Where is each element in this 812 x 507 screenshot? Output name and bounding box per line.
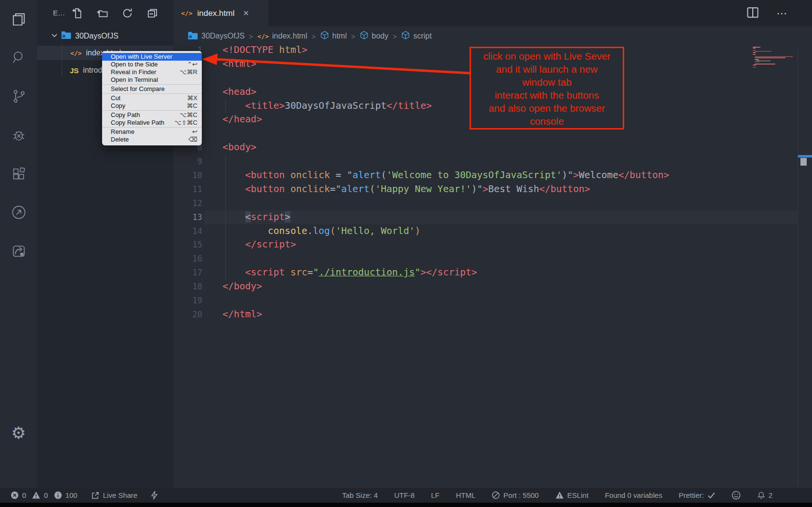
- code-line[interactable]: [223, 252, 669, 266]
- breadcrumb-html[interactable]: html: [320, 31, 347, 41]
- context-menu: Open with Live ServerOpen to the Side⌃↩R…: [102, 51, 202, 145]
- context-menu-separator: [102, 93, 202, 94]
- context-menu-item[interactable]: Reveal in Finder⌥⌘R: [102, 68, 202, 76]
- code-line[interactable]: <script src="./introduction.js"></script…: [223, 266, 669, 280]
- annotation-box: click on open with Live Sever and it wil…: [470, 47, 624, 130]
- breadcrumb-folder[interactable]: 30DaysOfJS: [188, 31, 245, 41]
- annotation-line: window tab: [471, 76, 623, 89]
- code-line[interactable]: <script>: [223, 210, 669, 224]
- tree-indent-guide: [62, 44, 62, 77]
- minimap[interactable]: [753, 47, 797, 70]
- collapse-all-icon[interactable]: [147, 8, 158, 21]
- encoding-status[interactable]: UTF-8: [394, 491, 415, 499]
- share-icon[interactable]: [0, 236, 37, 265]
- overview-ruler-cursor-marker: [798, 155, 812, 157]
- annotation-line: interact with the buttons: [471, 89, 623, 102]
- more-actions-icon[interactable]: ⋯: [776, 7, 788, 20]
- extensions-icon[interactable]: [0, 159, 37, 188]
- html-file-icon: </>: [181, 10, 192, 17]
- problems-indicator[interactable]: 0 0 100: [11, 491, 78, 499]
- variables-status[interactable]: Found 0 variables: [605, 491, 662, 499]
- context-menu-item[interactable]: Rename↩: [102, 128, 202, 136]
- code-line[interactable]: [223, 155, 669, 169]
- code-line[interactable]: [223, 294, 669, 308]
- code-line[interactable]: <button onclick = "alert('Welcome to 30D…: [223, 169, 669, 182]
- context-menu-item[interactable]: Cut⌘X: [102, 94, 202, 102]
- line-number: 12: [173, 196, 202, 210]
- eol-status[interactable]: LF: [431, 491, 440, 499]
- warning-count: 0: [44, 491, 48, 499]
- context-menu-item[interactable]: Copy Relative Path⌥⇧⌘C: [102, 119, 202, 127]
- notifications-bell[interactable]: 2: [757, 491, 773, 500]
- tab-size-status[interactable]: Tab Size: 4: [342, 491, 378, 499]
- context-menu-item[interactable]: Copy Path⌥⌘C: [102, 111, 202, 119]
- run-debug-icon[interactable]: [0, 121, 37, 150]
- bell-count: 2: [769, 491, 773, 499]
- breadcrumb-body[interactable]: body: [360, 31, 389, 41]
- context-menu-item[interactable]: Select for Compare: [102, 85, 202, 93]
- breadcrumb-file[interactable]: </> index.html: [258, 32, 307, 40]
- code-line[interactable]: console.log('Hello, World'): [223, 224, 669, 238]
- new-folder-icon[interactable]: [97, 8, 108, 21]
- symbol-cube-icon: [401, 31, 410, 41]
- code-line[interactable]: <body>: [223, 141, 669, 155]
- code-line[interactable]: </script>: [223, 238, 669, 252]
- tab-index-html[interactable]: </> index.html ×: [173, 0, 268, 26]
- tab-label: index.html: [197, 9, 234, 18]
- minimap-line: [755, 62, 759, 63]
- bell-icon: [757, 491, 765, 500]
- folder-icon: [188, 31, 198, 41]
- chevron-down-icon: [51, 31, 58, 41]
- explorer-icon[interactable]: [0, 5, 37, 34]
- context-menu-item[interactable]: Open with Live Server: [102, 53, 202, 61]
- context-menu-item[interactable]: Open to the Side⌃↩: [102, 61, 202, 68]
- annotation-line: and it will launch a new: [471, 63, 623, 76]
- code-line[interactable]: [223, 196, 669, 210]
- symbol-cube-icon: [320, 31, 329, 41]
- feedback-smiley-icon[interactable]: [732, 491, 741, 500]
- folder-label: 30DaysOfJS: [75, 32, 118, 40]
- line-number: 16: [173, 252, 202, 266]
- symbol-cube-icon: [360, 31, 368, 41]
- line-number: 15: [173, 238, 202, 252]
- source-control-icon[interactable]: [0, 82, 37, 111]
- minimap-line: [753, 52, 756, 53]
- breadcrumb-separator: >: [249, 32, 253, 40]
- settings-gear-icon[interactable]: ⚙: [0, 418, 37, 447]
- context-menu-separator: [102, 127, 202, 128]
- live-share-status[interactable]: Live Share: [91, 491, 138, 500]
- eslint-status[interactable]: ESLint: [555, 491, 589, 499]
- warning-icon: [555, 491, 564, 499]
- warning-icon: [32, 491, 40, 499]
- close-icon[interactable]: ×: [243, 8, 249, 19]
- context-menu-item[interactable]: Copy⌘C: [102, 102, 202, 110]
- language-status[interactable]: HTML: [456, 491, 475, 499]
- code-line[interactable]: </html>: [223, 308, 669, 322]
- split-editor-icon[interactable]: [747, 6, 759, 21]
- context-menu-item[interactable]: Open in Terminal: [102, 76, 202, 84]
- line-number: 11: [173, 182, 202, 196]
- code-line[interactable]: <button onclick="alert('Happy New Year!'…: [223, 182, 669, 196]
- check-icon: [707, 492, 715, 499]
- js-file-icon: JS: [70, 66, 79, 75]
- breadcrumb-script[interactable]: script: [401, 31, 432, 41]
- refresh-icon[interactable]: [122, 8, 133, 21]
- port-status[interactable]: Port : 5500: [492, 491, 538, 499]
- context-menu-item[interactable]: Delete⌫: [102, 136, 202, 143]
- minimap-line: [753, 65, 756, 65]
- code-line[interactable]: </body>: [223, 280, 669, 294]
- info-count: 100: [65, 491, 78, 499]
- search-icon[interactable]: [0, 43, 37, 72]
- html-file-icon: </>: [70, 50, 81, 57]
- context-menu-separator: [102, 84, 202, 85]
- breadcrumb-separator: >: [351, 32, 355, 40]
- live-share-icon[interactable]: [0, 198, 37, 227]
- overview-ruler-marker[interactable]: [800, 158, 807, 166]
- prettier-status[interactable]: Prettier:: [679, 491, 715, 499]
- overview-ruler: [798, 46, 798, 488]
- new-file-icon[interactable]: [72, 8, 83, 21]
- lightning-icon[interactable]: [151, 491, 158, 500]
- minimap-line: [755, 59, 759, 60]
- annotation-line: and also open the browser: [471, 102, 623, 115]
- folder-row-30daysofjs[interactable]: 30DaysOfJS: [37, 29, 173, 43]
